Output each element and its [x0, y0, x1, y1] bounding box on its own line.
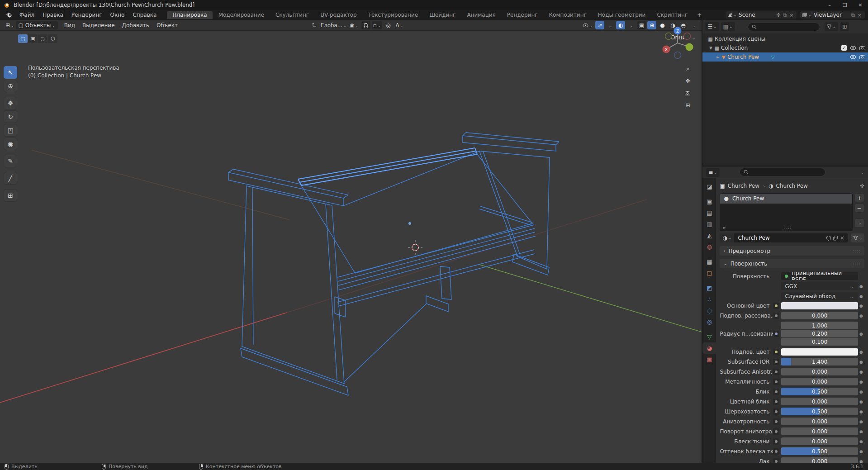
transform-tool[interactable]: ◉	[4, 138, 17, 150]
distribution-select[interactable]: GGX⌄	[781, 282, 858, 290]
decorator-dot[interactable]: ●	[858, 313, 864, 318]
decorator-dot[interactable]: ●	[858, 389, 864, 394]
animate-property-button[interactable]	[773, 379, 779, 385]
tab-Ноды геометрии[interactable]: Ноды геометрии	[593, 11, 651, 19]
animate-property-button[interactable]	[773, 389, 779, 395]
particles-tab[interactable]: ∴	[702, 294, 716, 305]
tab-Композитинг[interactable]: Композитинг	[544, 11, 592, 19]
scene-canvas[interactable]	[0, 20, 702, 453]
object-tab[interactable]: ▢	[702, 267, 716, 279]
snap-toggle[interactable]	[361, 21, 370, 29]
value-field[interactable]: 0.000	[781, 457, 858, 463]
pin-icon[interactable]: ✜	[860, 183, 864, 189]
zoom-button[interactable]: ⌕	[683, 64, 692, 73]
sss-method-select[interactable]: Случайный обход⌄	[781, 292, 858, 300]
viewlayer-selector[interactable]: ⌄ ViewLayer ⧉ ×	[800, 11, 865, 19]
tab-Рендеринг[interactable]: Рендеринг	[502, 11, 543, 19]
material-name-field[interactable]: Church Pew ×	[734, 233, 848, 242]
blender-menu-logo-icon[interactable]	[5, 12, 13, 18]
browse-material-button[interactable]: ◑⌄	[720, 233, 734, 242]
resize-grip[interactable]: ::::	[784, 225, 792, 230]
value-field[interactable]: 0.100	[781, 338, 858, 346]
annotate-tool[interactable]: ✎	[4, 155, 17, 167]
constraints-tab[interactable]: ◎	[702, 316, 716, 328]
preview-section-header[interactable]: › Предпросмотр ::::	[720, 246, 864, 256]
add-workspace-button[interactable]: +	[693, 11, 705, 19]
pivot-point-button[interactable]: ◉⌄	[348, 21, 360, 29]
surface-section-header[interactable]: ⌄ Поверхность ::::	[720, 259, 864, 268]
animate-property-button[interactable]	[773, 369, 779, 375]
collection-tab[interactable]: ▦	[702, 256, 716, 267]
texture-tab[interactable]: ▩	[702, 354, 716, 365]
animate-property-button[interactable]	[773, 448, 779, 455]
menu-Правка[interactable]: Правка	[38, 11, 67, 19]
animate-property-button[interactable]	[773, 428, 779, 435]
proportional-edit-button[interactable]: ◎	[384, 21, 393, 29]
animate-property-button[interactable]	[773, 331, 779, 337]
menu-Файл[interactable]: Файл	[15, 11, 38, 19]
collection-checkbox[interactable]: ✓	[841, 45, 847, 51]
viewlayer-tab[interactable]: ▥	[702, 218, 716, 230]
navigation-gizmo[interactable]: Z X	[661, 26, 694, 60]
decorator-dot[interactable]: ●	[858, 284, 864, 289]
value-field[interactable]: 0.000	[781, 398, 858, 405]
decorator-dot[interactable]: ●	[858, 332, 864, 336]
world-tab[interactable]: ◍	[702, 241, 716, 252]
outliner-row-collection[interactable]: ▼ ▦ Collection ✓	[702, 43, 868, 52]
outliner-display-mode[interactable]: ☰⌄	[705, 22, 719, 31]
output-tab[interactable]: ▤	[702, 207, 716, 218]
copy-icon[interactable]: ⧉	[783, 12, 787, 18]
scale-tool[interactable]: ◰	[4, 124, 17, 137]
animate-property-button[interactable]	[773, 313, 779, 319]
animate-property-button[interactable]	[773, 408, 779, 415]
measure-tool[interactable]: ╱	[4, 172, 17, 185]
menu-Справка[interactable]: Справка	[128, 11, 161, 19]
decorator-dot[interactable]: ●	[858, 350, 864, 354]
decorator-dot[interactable]: ●	[858, 439, 864, 444]
material-slot-list[interactable]: ● Church Pew ► ::::	[720, 193, 853, 231]
decorator-dot[interactable]: ●	[858, 399, 864, 404]
snap-target-button[interactable]: ▫⌄	[372, 21, 383, 29]
value-field[interactable]: 0.500	[781, 388, 858, 395]
select-mode-3[interactable]: ⬡	[48, 34, 57, 43]
value-field[interactable]: 0.000	[781, 368, 858, 375]
render-tab[interactable]: ▣	[702, 196, 716, 207]
select-tool[interactable]: ↖	[4, 66, 17, 79]
viewport-menu-Вид[interactable]: Вид	[61, 21, 79, 29]
tool-tab[interactable]: ◪	[702, 181, 716, 192]
expander-icon[interactable]: ▼	[708, 46, 713, 50]
decorator-dot[interactable]: ●	[858, 409, 864, 414]
physics-tab[interactable]: ◌	[702, 305, 716, 316]
tab-UV-редактор[interactable]: UV-редактор	[315, 11, 362, 19]
animate-property-button[interactable]	[773, 438, 779, 445]
material-link-button[interactable]: ⌄	[851, 233, 864, 242]
decorator-dot[interactable]: ●	[858, 459, 864, 463]
tab-Моделирование[interactable]: Моделирование	[213, 11, 270, 19]
decorator-dot[interactable]: ●	[858, 419, 864, 424]
outliner-row-scene-collection[interactable]: ▦ Коллекция сцены	[702, 34, 868, 43]
select-mode-2[interactable]: ◌	[38, 34, 47, 43]
shader-select[interactable]: Принципиальный BSDF	[781, 272, 858, 280]
camera-view-button[interactable]	[683, 89, 692, 98]
gizmos-caret[interactable]: ⌄	[606, 21, 615, 29]
tab-Шейдинг[interactable]: Шейдинг	[424, 11, 461, 19]
gizmo-y-axis[interactable]	[686, 43, 693, 51]
hide-eye-icon[interactable]	[850, 46, 856, 50]
decorator-dot[interactable]: ●	[858, 449, 864, 454]
ortho-toggle-button[interactable]: ⊞	[683, 101, 692, 110]
color-swatch[interactable]	[781, 302, 858, 309]
mode-selector[interactable]: ▢ Объекты⌄	[16, 21, 58, 29]
hide-eye-icon[interactable]	[850, 55, 856, 59]
church-pew-wireframe[interactable]	[228, 133, 559, 395]
pan-button[interactable]: ✥	[683, 76, 692, 85]
copy-icon[interactable]: ⧉	[851, 12, 855, 18]
value-field[interactable]: 0.000	[781, 312, 858, 319]
properties-editor-type[interactable]: ≡⌄	[706, 168, 720, 177]
value-field[interactable]: 0.500	[781, 408, 858, 415]
fake-user-shield-icon[interactable]	[826, 236, 831, 241]
minimize-button[interactable]: –	[822, 0, 837, 10]
decorator-dot[interactable]: ●	[858, 360, 864, 364]
gizmo-y-negative[interactable]	[665, 33, 672, 40]
viewport-menu-Выделение[interactable]: Выделение	[79, 21, 118, 29]
overlays-caret[interactable]: ⌄	[626, 21, 636, 29]
